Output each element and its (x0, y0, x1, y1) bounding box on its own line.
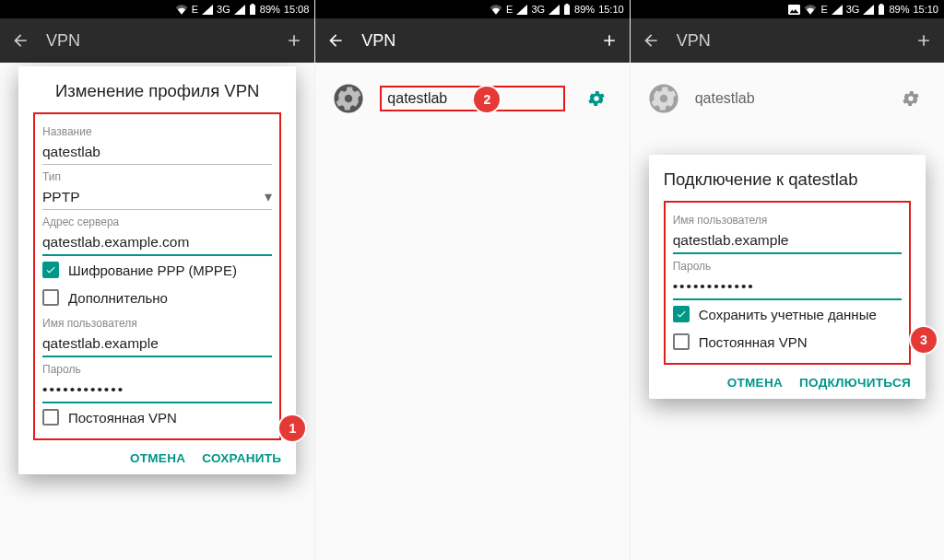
persistent-label: Постоянная VPN (68, 410, 177, 426)
signal2-icon (234, 5, 245, 15)
network-label: E (820, 4, 827, 15)
type-value: PPTP (42, 189, 79, 205)
save-button[interactable]: СОХРАНИТЬ (202, 451, 281, 465)
page-title: VPN (677, 31, 898, 51)
dialog-title: Подключение к qatestlab (664, 169, 911, 190)
settings-icon[interactable] (578, 88, 615, 109)
persistent-checkbox-row[interactable]: Постоянная VPN (673, 328, 902, 356)
dialog-actions: ОТМЕНА ПОДКЛЮЧИТЬСЯ (664, 365, 911, 390)
page-title: VPN (361, 31, 583, 51)
server-field[interactable]: qatestlab.example.com (42, 228, 272, 256)
type-label: Тип (42, 170, 272, 183)
cancel-button[interactable]: ОТМЕНА (130, 451, 185, 465)
name-field[interactable]: qatestlab (42, 138, 272, 165)
type-dropdown[interactable]: PPTP ▾ (42, 183, 272, 210)
dialog-title: Изменение профиля VPN (33, 81, 281, 101)
app-bar: VPN (315, 18, 629, 63)
save-creds-label: Сохранить учетные данные (699, 307, 877, 322)
gear-icon (645, 83, 682, 114)
user-label: Имя пользователя (673, 214, 902, 227)
chevron-down-icon: ▾ (265, 189, 272, 205)
signal-icon (516, 5, 527, 15)
server-label: Адрес сервера (42, 216, 272, 228)
annotation-badge-3: 3 (911, 327, 937, 353)
connect-button[interactable]: ПОДКЛЮЧИТЬСЯ (799, 376, 911, 390)
status-bar: E 3G 89% 15:08 (0, 0, 314, 18)
advanced-label: Дополнительно (68, 290, 168, 306)
advanced-checkbox-row[interactable]: Дополнительно (42, 284, 272, 311)
cancel-button[interactable]: ОТМЕНА (727, 376, 783, 390)
wifi-icon (490, 5, 502, 15)
app-bar: VPN (0, 18, 314, 63)
battery-pct: 89% (260, 4, 280, 15)
add-icon[interactable] (285, 31, 303, 50)
edit-vpn-dialog: Изменение профиля VPN Название qatestlab… (18, 66, 296, 474)
battery-pct: 89% (574, 4, 595, 15)
signal-icon (202, 5, 213, 15)
vpn-list-item[interactable]: qatestlab (642, 76, 933, 122)
add-icon[interactable] (600, 31, 619, 50)
encrypt-label: Шифрование PPP (MPPE) (68, 262, 237, 278)
user-label: Имя пользователя (42, 317, 272, 330)
signal2-icon (863, 5, 874, 15)
signal-icon (832, 5, 843, 15)
dialog-fields-highlight: Имя пользователя qatestlab.example Парол… (664, 201, 911, 365)
user-field[interactable]: qatestlab.example (673, 227, 902, 254)
checkbox-empty-icon (42, 409, 59, 426)
battery-icon (563, 4, 571, 15)
settings-icon[interactable] (892, 88, 929, 109)
network-3g: 3G (531, 4, 545, 15)
back-icon[interactable] (642, 31, 660, 50)
name-label: Название (42, 125, 272, 138)
page-title: VPN (46, 31, 268, 51)
dialog-fields-highlight: Название qatestlab Тип PPTP ▾ Адрес серв… (33, 112, 281, 440)
clock: 15:08 (284, 4, 310, 15)
picture-icon (788, 5, 800, 15)
battery-icon (878, 4, 885, 15)
checkbox-checked-icon (42, 262, 59, 278)
phone-screen-3: E 3G 89% 15:10 VPN qatestlab (630, 0, 944, 560)
phone-screen-1: E 3G 89% 15:08 VPN Изменен (0, 0, 314, 560)
network-3g: 3G (217, 4, 230, 15)
connect-dialog: Подключение к qatestlab Имя пользователя… (649, 155, 926, 399)
pass-label: Пароль (42, 363, 272, 376)
user-field[interactable]: qatestlab.example (42, 330, 272, 357)
battery-icon (249, 4, 256, 15)
persistent-checkbox-row[interactable]: Постоянная VPN (42, 403, 272, 431)
pass-label: Пароль (673, 260, 902, 273)
battery-pct: 89% (889, 4, 909, 15)
wifi-icon (804, 5, 817, 15)
clock: 15:10 (598, 4, 624, 15)
network-label: E (192, 4, 198, 15)
pass-field[interactable]: •••••••••••• (673, 273, 902, 300)
vpn-item-name: qatestlab (695, 90, 879, 107)
phone-screen-2: E 3G 89% 15:10 VPN qatestlab (314, 0, 629, 560)
vpn-list-item[interactable]: qatestlab (326, 76, 618, 122)
status-bar: E 3G 89% 15:10 (631, 0, 944, 18)
encrypt-checkbox-row[interactable]: Шифрование PPP (MPPE) (42, 256, 272, 284)
back-icon[interactable] (326, 31, 345, 50)
add-icon[interactable] (914, 31, 933, 50)
app-bar: VPN (631, 18, 944, 63)
annotation-badge-1: 1 (279, 415, 305, 441)
gear-icon (330, 83, 367, 114)
wifi-icon (175, 5, 188, 15)
signal2-icon (549, 5, 560, 15)
back-icon[interactable] (11, 31, 30, 50)
clock: 15:10 (913, 4, 938, 15)
vpn-item-name: qatestlab (380, 86, 564, 111)
dialog-actions: ОТМЕНА СОХРАНИТЬ (33, 440, 281, 465)
status-bar: E 3G 89% 15:10 (315, 0, 629, 18)
pass-field[interactable]: •••••••••••• (42, 376, 272, 403)
checkbox-empty-icon (673, 333, 690, 350)
network-3g: 3G (846, 4, 860, 15)
checkbox-empty-icon (42, 289, 59, 306)
save-creds-checkbox-row[interactable]: Сохранить учетные данные (673, 300, 902, 328)
persistent-label: Постоянная VPN (699, 334, 808, 350)
checkbox-checked-icon (673, 306, 690, 322)
network-label: E (506, 4, 513, 15)
